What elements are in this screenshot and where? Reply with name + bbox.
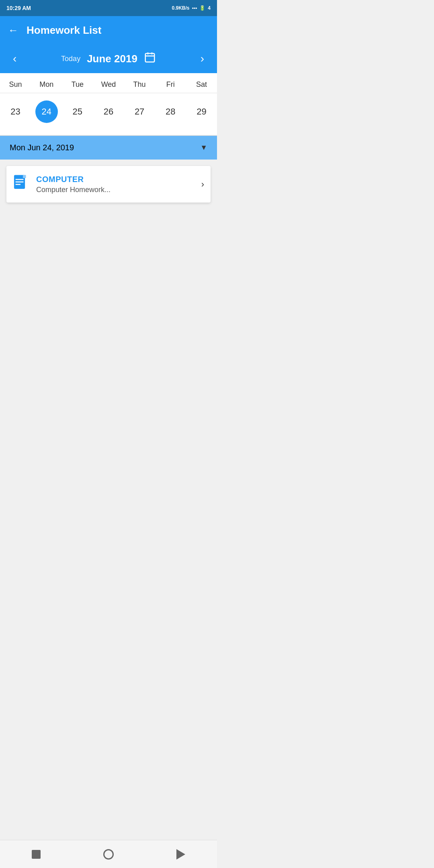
document-icon [13, 174, 28, 194]
day-cell-23[interactable]: 23 [0, 100, 31, 124]
day-mon: Mon [31, 80, 62, 89]
day-wed: Wed [93, 80, 124, 89]
back-button[interactable]: ← [8, 24, 18, 37]
network-speed: 0.9KB/s [172, 5, 190, 11]
battery-level: 4 [208, 5, 211, 11]
next-month-button[interactable]: › [197, 52, 207, 65]
selected-date-label: Mon Jun 24, 2019 [10, 143, 74, 152]
day-tue: Tue [62, 80, 93, 89]
dropdown-icon[interactable]: ▼ [200, 143, 207, 152]
status-right: 0.9KB/s ▪▪▪ 🔋 4 [172, 5, 211, 11]
prev-month-button[interactable]: ‹ [10, 52, 20, 65]
day-cell-28[interactable]: 28 [155, 100, 186, 124]
day-cell-25[interactable]: 25 [62, 100, 93, 124]
svg-rect-7 [16, 184, 20, 185]
day-fri: Fri [155, 80, 186, 89]
calendar-header: ‹ Today June 2019 › [0, 44, 217, 73]
battery-icon: 🔋 [199, 5, 205, 11]
status-bar: 10:29 AM 0.9KB/s ▪▪▪ 🔋 4 [0, 0, 217, 16]
homework-content: COMPUTER Computer Homework... [36, 175, 201, 194]
month-year-label: June 2019 [87, 53, 137, 65]
day-cell-29[interactable]: 29 [186, 100, 217, 124]
svg-rect-8 [23, 175, 26, 178]
status-time: 10:29 AM [6, 5, 31, 11]
day-cell-24[interactable]: 24 [31, 100, 62, 124]
date-banner[interactable]: Mon Jun 24, 2019 ▼ [0, 136, 217, 160]
svg-rect-5 [16, 179, 24, 180]
signal-icon: ▪▪▪ [192, 5, 197, 11]
day-cell-27[interactable]: 27 [124, 100, 155, 124]
day-sun: Sun [0, 80, 31, 89]
app-bar: ← Homework List [0, 16, 217, 44]
svg-rect-0 [145, 53, 155, 62]
days-of-week-header: Sun Mon Tue Wed Thu Fri Sat [0, 73, 217, 93]
homework-list: COMPUTER Computer Homework... › [0, 160, 217, 209]
homework-card-computer[interactable]: COMPUTER Computer Homework... › [6, 166, 211, 203]
calendar-icon[interactable] [144, 51, 156, 66]
svg-rect-6 [16, 182, 24, 182]
homework-description: Computer Homework... [36, 186, 201, 194]
homework-subject: COMPUTER [36, 175, 201, 184]
page-title: Homework List [27, 24, 101, 37]
day-cell-26[interactable]: 26 [93, 100, 124, 124]
calendar-center: Today June 2019 [61, 51, 156, 66]
day-sat: Sat [186, 80, 217, 89]
calendar-week-row: 23 24 25 26 27 28 29 [0, 93, 217, 136]
day-thu: Thu [124, 80, 155, 89]
today-button[interactable]: Today [61, 55, 80, 63]
chevron-right-icon: › [201, 179, 204, 190]
